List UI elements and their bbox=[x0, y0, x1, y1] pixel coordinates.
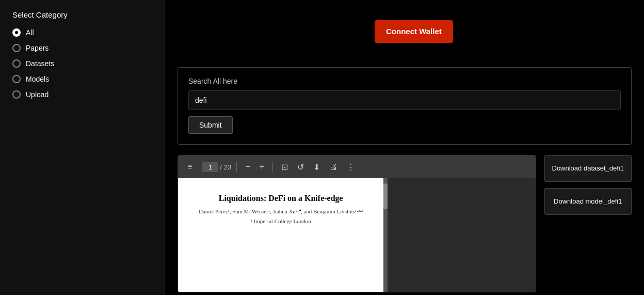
sidebar-item-label-datasets: Datasets bbox=[26, 59, 54, 68]
page-separator: / bbox=[220, 163, 222, 171]
radio-upload bbox=[12, 90, 21, 99]
download-model-button[interactable]: Download model_defi1 bbox=[544, 188, 632, 215]
toolbar-divider-1 bbox=[236, 162, 237, 172]
sidebar-item-label-upload: Upload bbox=[26, 90, 49, 99]
radio-papers bbox=[12, 44, 21, 52]
print-icon[interactable]: 🖨 bbox=[326, 160, 341, 174]
pdf-toolbar: ≡ / 23 − + ⊡ ↺ ⬇ 🖨 ⋮ bbox=[178, 156, 536, 178]
pdf-title: Liquidations: DeFi on a Knife-edge bbox=[199, 194, 363, 203]
right-buttons: Download dataset_defi1 Download model_de… bbox=[544, 155, 632, 292]
radio-models bbox=[12, 75, 21, 83]
pdf-scrollbar[interactable] bbox=[383, 178, 388, 292]
more-icon[interactable]: ⋮ bbox=[344, 160, 358, 174]
sidebar-item-label-models: Models bbox=[26, 75, 49, 83]
download-dataset-button[interactable]: Download dataset_defi1 bbox=[544, 155, 632, 182]
sidebar-item-label-papers: Papers bbox=[26, 44, 49, 52]
search-box: Search All here Submit bbox=[178, 67, 632, 145]
toolbar-divider-2 bbox=[272, 162, 273, 172]
radio-all bbox=[12, 28, 21, 37]
zoom-out-icon[interactable]: − bbox=[242, 160, 253, 174]
zoom-in-icon[interactable]: + bbox=[256, 160, 267, 174]
sidebar-item-label-all: All bbox=[26, 28, 34, 37]
fit-icon[interactable]: ⊡ bbox=[278, 160, 291, 174]
viewer-wrapper: Liquidations: DeFi on a Knife-edge Danie… bbox=[178, 178, 536, 292]
download-icon[interactable]: ⬇ bbox=[310, 160, 323, 174]
sidebar-item-upload[interactable]: Upload bbox=[12, 90, 152, 99]
sidebar-item-models[interactable]: Models bbox=[12, 75, 152, 83]
submit-button[interactable]: Submit bbox=[188, 116, 233, 134]
search-input[interactable] bbox=[188, 90, 621, 110]
sidebar-item-all[interactable]: All bbox=[12, 28, 152, 37]
sidebar: Select Category All Papers Datasets Mode… bbox=[0, 0, 165, 295]
radio-datasets bbox=[12, 59, 21, 68]
rotate-icon[interactable]: ↺ bbox=[294, 160, 307, 174]
page-total: 23 bbox=[224, 163, 231, 171]
page-info: / 23 bbox=[202, 162, 231, 172]
pdf-affiliation: ¹ Imperial College London bbox=[199, 218, 363, 224]
pdf-scroll-thumb[interactable] bbox=[383, 183, 388, 209]
pdf-document-content: Liquidations: DeFi on a Knife-edge Danie… bbox=[178, 178, 383, 292]
sidebar-item-papers[interactable]: Papers bbox=[12, 44, 152, 52]
pdf-viewer: ≡ / 23 − + ⊡ ↺ ⬇ 🖨 ⋮ Liquidations: D bbox=[178, 155, 536, 292]
menu-icon[interactable]: ≡ bbox=[184, 160, 195, 174]
main-content: Connect Wallet Search All here Submit ≡ … bbox=[165, 0, 644, 295]
pdf-area: ≡ / 23 − + ⊡ ↺ ⬇ 🖨 ⋮ Liquidations: D bbox=[178, 155, 632, 292]
sidebar-item-datasets[interactable]: Datasets bbox=[12, 59, 152, 68]
search-label: Search All here bbox=[188, 77, 621, 85]
connect-wallet-button[interactable]: Connect Wallet bbox=[375, 20, 453, 43]
pdf-authors: Daniel Perez¹, Sam M. Werner¹, Jiahua Xu… bbox=[199, 208, 363, 215]
page-number-input[interactable] bbox=[202, 162, 218, 172]
sidebar-title: Select Category bbox=[12, 10, 152, 19]
